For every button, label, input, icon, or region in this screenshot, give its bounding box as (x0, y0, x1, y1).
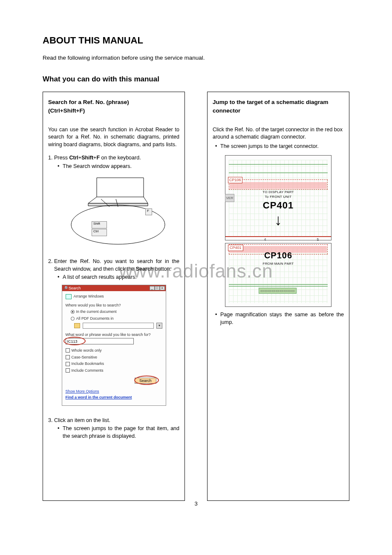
right-bullet2-text: Page magnification stays the same as bef… (220, 311, 344, 326)
key-f: F (145, 208, 152, 215)
intro-text: Read the following information before us… (43, 54, 349, 62)
pdf-location-select[interactable]: ▾ (74, 323, 162, 329)
cp106-large-label[interactable]: CP106 (225, 249, 331, 261)
page-number: 3 (0, 500, 392, 508)
page-title: ABOUT THIS MANUAL (43, 34, 349, 47)
ruler-top: 4 5 (225, 236, 331, 240)
cp106-label[interactable]: CP106 (228, 177, 242, 183)
arrange-windows-icon (66, 294, 72, 299)
step1-bold-f: F (96, 155, 100, 161)
search-window: 🔎 Search _ □ × Arrange Windows Where wou… (62, 285, 166, 406)
opt-comments-label: Include Comments (72, 368, 104, 373)
section-subtitle: What you can do with this manual (43, 74, 349, 84)
from-main-label: FROM MAIN PART (225, 261, 331, 266)
right-paragraph: Click the Ref. No. of the target connect… (213, 126, 344, 141)
link-show-more-options[interactable]: Show More Options (66, 389, 162, 394)
step3-text: Click an item on the list. (54, 417, 179, 425)
right-bullet1: • The screen jumps to the target connect… (215, 143, 344, 150)
step-number: 3. (48, 417, 54, 425)
laptop-icon (58, 173, 169, 250)
step-number: 2. (48, 258, 54, 273)
cp401-large-label[interactable]: CP401 (225, 199, 331, 212)
radio-all-pdf-label: All PDF Documents in (76, 316, 114, 321)
step1-prefix: Press (54, 155, 69, 161)
schematic-bottom: CP401 CP106 FROM MAIN PART ▭▭▭▭▭▭▭▭▭ (225, 243, 331, 307)
search-window-figure: 🔎 Search _ □ × Arrange Windows Where wou… (48, 285, 179, 406)
checkbox-whole-words[interactable] (66, 348, 70, 353)
right-column: Jump to the target of a schematic diagra… (207, 92, 349, 501)
schematic-center-top: TO DISPLAY PART To FRONT UNIT CP401 (225, 190, 331, 212)
two-columns: Search for a Ref. No. (phrase) (Ctrl+Shi… (43, 92, 349, 501)
left-heading: Search for a Ref. No. (phrase) (Ctrl+Shi… (48, 98, 179, 115)
arrange-windows-label: Arrange Windows (74, 294, 104, 299)
key-ctrl: Ctrl (92, 229, 107, 236)
step1-bold-ctrl: Ctrl (69, 155, 78, 161)
component-block: ▭▭▭▭▭▭▭▭▭ (259, 288, 297, 294)
window-controls[interactable]: _ □ × (150, 286, 165, 290)
search-window-titlebar: 🔎 Search _ □ × (62, 285, 166, 292)
to-front-label: To FRONT UNIT (225, 194, 331, 199)
left-heading-line2: (Ctrl+Shift+F) (48, 107, 85, 114)
right-bullet1-text: The screen jumps to the target connector… (220, 143, 344, 150)
opt-bookmarks-label: Include Bookmarks (72, 361, 104, 367)
folder-icon (74, 323, 80, 328)
step3-bullet-text: The screen jumps to the page for that it… (63, 425, 179, 440)
step-1: 1. Press Ctrl+Shift+F on the keyboard. (48, 154, 179, 162)
step2-suffix: button. (153, 266, 171, 272)
step1-bullet-text: The Search window appears. (63, 163, 179, 171)
left-paragraph: You can use the search function in Acrob… (48, 126, 179, 149)
step1-suffix: on the keyboard. (100, 155, 141, 161)
left-column: Search for a Ref. No. (phrase) (Ctrl+Shi… (43, 92, 185, 501)
opt-whole-words-label: Whole words only (72, 348, 102, 353)
to-display-label: TO DISPLAY PART (225, 190, 331, 194)
opt-case-label: Case-Sensitive (72, 355, 98, 360)
step1-bold-shift: Shift (81, 155, 93, 161)
ruler-4: 4 (252, 237, 278, 240)
search-window-title: 🔎 Search (63, 286, 81, 291)
step2-bold: Search (136, 266, 154, 272)
step-2: 2. Enter the Ref. No. you want to search… (48, 258, 179, 273)
right-bullet2: • Page magnification stays the same as b… (215, 311, 344, 326)
pdf-location-box (83, 323, 154, 329)
checkbox-include-comments[interactable] (66, 368, 70, 373)
maximize-icon[interactable]: □ (155, 286, 160, 290)
schematic-center-bottom: CP106 FROM MAIN PART (225, 249, 331, 266)
arrange-windows-row[interactable]: Arrange Windows (66, 294, 162, 299)
arrow-down-icon: ↓ (274, 215, 282, 225)
key-shift: Shift (92, 221, 107, 228)
step3-bullet: • The screen jumps to the page for that … (58, 425, 179, 440)
step-number: 1. (48, 154, 54, 162)
checkbox-include-bookmarks[interactable] (66, 362, 70, 366)
step2-bullet: • A list of search results appears. (58, 274, 179, 281)
where-label: Where would you like to search? (66, 303, 162, 308)
link-find-in-document[interactable]: Find a word in the current document (66, 395, 162, 400)
right-heading: Jump to the target of a schematic diagra… (213, 98, 344, 115)
step2-bullet-text: A list of search results appears. (63, 274, 179, 281)
ruler-5: 5 (305, 237, 331, 240)
radio-current-label: In the current document (76, 309, 117, 315)
step1-bullet: • The Search window appears. (58, 163, 179, 171)
chevron-down-icon[interactable]: ▾ (156, 323, 162, 329)
checkbox-case-sensitive[interactable] (66, 355, 70, 359)
step-3: 3. Click an item on the list. (48, 417, 179, 425)
close-icon[interactable]: × (160, 286, 165, 290)
laptop-figure: F Shift Ctrl (48, 173, 179, 250)
left-heading-line1: Search for a Ref. No. (phrase) (48, 99, 129, 105)
schematic-top: VER CP106 TO DISPLAY PART To FRONT UNIT … (225, 155, 331, 240)
highlight-circle-button (134, 376, 159, 385)
phrase-label: What word or phrase would you like to se… (66, 332, 162, 338)
radio-all-pdf[interactable] (71, 317, 75, 321)
highlight-circle-input (63, 337, 86, 345)
schematic-figure: VER CP106 TO DISPLAY PART To FRONT UNIT … (225, 155, 331, 307)
minimize-icon[interactable]: _ (150, 286, 155, 290)
radio-current-document[interactable] (71, 310, 75, 314)
